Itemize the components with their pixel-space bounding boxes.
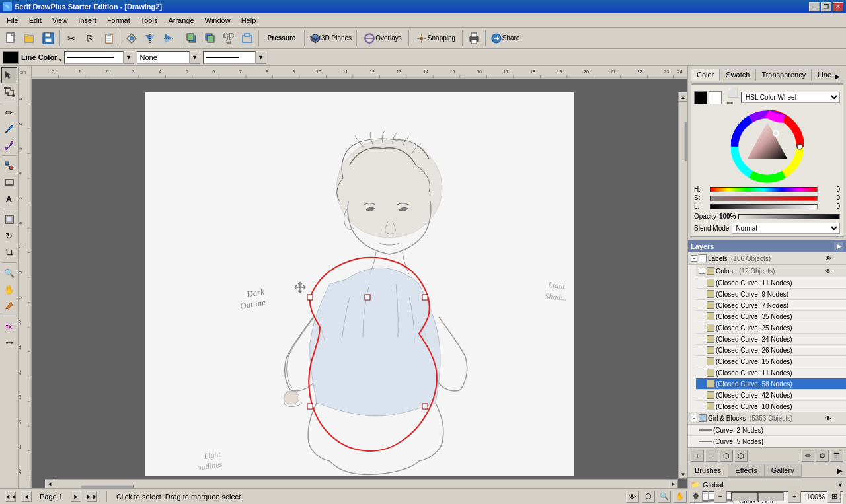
eye-status-button[interactable]: 👁 — [626, 491, 639, 503]
cut-button[interactable]: ✂ — [63, 30, 80, 46]
add-layer-button[interactable]: + — [691, 450, 704, 462]
page-last-button[interactable]: ►► — [87, 491, 97, 502]
paste-button[interactable]: 📋 — [100, 30, 117, 46]
canvas[interactable]: Dark Outline Light Shad... Light outline… — [32, 79, 687, 488]
menu-format[interactable]: Format — [102, 15, 135, 26]
line-style-dropdown-2[interactable]: None ▼ — [137, 51, 200, 64]
zoom-thumb[interactable] — [757, 493, 759, 501]
menu-file[interactable]: File — [1, 15, 24, 26]
new-button[interactable] — [3, 30, 20, 46]
page-first-button[interactable]: ◄◄ — [5, 491, 16, 502]
menu-tools[interactable]: Tools — [135, 15, 163, 26]
layer-item-cc7[interactable]: (Closed Curve, 7 Nodes) — [696, 300, 846, 311]
vertical-scrollbar[interactable]: ▲ ▼ — [678, 92, 687, 479]
layer-girl-c2a[interactable]: (Curve, 2 Nodes) — [688, 425, 846, 436]
tab-swatch[interactable]: Swatch — [720, 69, 755, 81]
pen-tool[interactable] — [1, 121, 17, 137]
zoom-in-button[interactable]: + — [788, 491, 801, 503]
layer-item-cc15[interactable]: (Closed Curve, 15 Nodes) — [696, 356, 846, 367]
pan-status-button[interactable]: ✋ — [673, 491, 687, 503]
pan-tool[interactable]: ✋ — [1, 281, 17, 297]
move-layer-down-button[interactable]: ⬡ — [734, 450, 748, 462]
transform-button[interactable] — [123, 30, 140, 46]
text-tool[interactable]: A — [1, 191, 17, 207]
layer-item-cc26[interactable]: (Closed Curve, 26 Nodes) — [696, 345, 846, 356]
s-bar[interactable] — [710, 196, 818, 201]
save-button[interactable] — [40, 30, 57, 46]
pencil-tool[interactable]: ✏ — [1, 104, 17, 120]
minimize-button[interactable]: ─ — [809, 2, 820, 11]
line-style-arrow-2[interactable]: ▼ — [190, 51, 200, 64]
layers-status-button[interactable]: ⬡ — [642, 491, 655, 503]
layer-item-cc35[interactable]: (Closed Curve, 35 Nodes) — [696, 311, 846, 322]
menu-view[interactable]: View — [47, 15, 73, 26]
h-scroll-thumb[interactable] — [81, 485, 134, 489]
arrange-back-button[interactable] — [202, 30, 219, 46]
line-style-arrow-1[interactable]: ▼ — [124, 51, 134, 64]
group-button[interactable] — [220, 30, 237, 46]
zoom-tool[interactable]: 🔍 — [1, 265, 17, 281]
layer-item-cc42[interactable]: (Closed Curve, 42 Nodes) — [696, 390, 846, 401]
layer-colour-eye[interactable]: 👁 — [824, 266, 833, 275]
overlays-button[interactable]: Overlays — [360, 30, 406, 46]
line-style-selector-2[interactable]: None — [137, 51, 190, 64]
l-bar[interactable] — [710, 204, 818, 209]
layer-item-cc9[interactable]: (Closed Curve, 9 Nodes) — [696, 289, 846, 300]
3d-planes-button[interactable]: 3D Planes — [307, 30, 354, 46]
horizontal-scrollbar[interactable]: ◄ ► — [45, 479, 678, 488]
v-scroll-thumb[interactable] — [684, 122, 688, 161]
bottom-panel-expand[interactable]: ▶ — [835, 378, 845, 505]
h-bar[interactable] — [710, 187, 818, 192]
rectangle-tool[interactable] — [1, 174, 17, 190]
layer-item-cc25[interactable]: (Closed Curve, 25 Nodes) — [696, 322, 846, 334]
zoom-out-button[interactable]: − — [714, 491, 727, 503]
brush-tool[interactable] — [1, 137, 17, 153]
layer-labels-expand[interactable]: − — [691, 255, 697, 262]
layer-item-cc11a[interactable]: (Closed Curve, 11 Nodes) — [696, 277, 846, 289]
rotate-tool[interactable]: ↻ — [1, 228, 17, 244]
layer-girl-expand[interactable]: − — [691, 415, 697, 421]
arrange-front-button[interactable] — [183, 30, 200, 46]
line-style-arrow-3[interactable]: ▼ — [256, 51, 266, 64]
black-swatch[interactable] — [694, 91, 707, 104]
page-prev-button[interactable]: ◄ — [21, 491, 32, 502]
page-next-button[interactable]: ► — [71, 491, 81, 502]
line-style-dropdown-3[interactable]: ▼ — [203, 51, 266, 64]
pencil-icon[interactable]: ✏ — [727, 99, 738, 108]
menu-arrange[interactable]: Arrange — [163, 15, 199, 26]
flip-v-button[interactable] — [160, 30, 177, 46]
open-button[interactable] — [21, 30, 38, 46]
tab-brushes[interactable]: Brushes — [688, 464, 728, 477]
drawing-paper[interactable]: Dark Outline Light Shad... Light outline… — [145, 92, 574, 476]
color-mode-select[interactable]: HSL Color Wheel — [741, 92, 840, 103]
blend-mode-select[interactable]: Normal — [732, 223, 840, 234]
layer-edit2-button[interactable]: ⚙ — [816, 450, 829, 462]
zoom-slider[interactable] — [731, 492, 784, 501]
shape-tool[interactable] — [1, 158, 17, 174]
layer-labels-header[interactable]: − Labels (106 Objects) 👁 — [688, 252, 846, 265]
layers-expand-btn[interactable]: ▶ — [834, 242, 843, 251]
color-wheel-container[interactable] — [731, 110, 804, 183]
layer-colour-header[interactable]: − Colour (12 Objects) 👁 — [696, 265, 846, 277]
menu-edit[interactable]: Edit — [24, 15, 47, 26]
line-style-selector-3[interactable] — [203, 51, 256, 64]
tab-gallery[interactable]: Gallery — [765, 464, 802, 477]
share-button[interactable]: Share — [488, 30, 521, 46]
layer-item-cc58[interactable]: (Closed Curve, 58 Nodes) — [696, 378, 846, 390]
pressure-button[interactable]: Pressure — [262, 30, 301, 46]
line-style-selector-1[interactable] — [64, 51, 124, 64]
layer-labels-eye[interactable]: 👁 — [824, 254, 833, 263]
delete-layer-button[interactable]: − — [705, 450, 718, 462]
layer-edit1-button[interactable]: ✏ — [801, 450, 814, 462]
opacity-bar[interactable] — [738, 214, 840, 219]
snapping-button[interactable]: Snapping — [412, 30, 459, 46]
layer-labels-lock[interactable] — [834, 254, 843, 263]
layer-girl-eye[interactable]: 👁 — [824, 414, 833, 423]
tab-color[interactable]: Color — [691, 69, 720, 81]
layer-item-cc10[interactable]: (Closed Curve, 10 Nodes) — [696, 401, 846, 412]
scroll-left-button[interactable]: ◄ — [45, 480, 54, 489]
gradient-icon[interactable]: ⬜ — [727, 87, 738, 98]
restore-button[interactable]: ❐ — [821, 2, 831, 11]
line-style-dropdown-1[interactable]: ▼ — [64, 51, 134, 64]
copy-button[interactable]: ⎘ — [81, 30, 98, 46]
